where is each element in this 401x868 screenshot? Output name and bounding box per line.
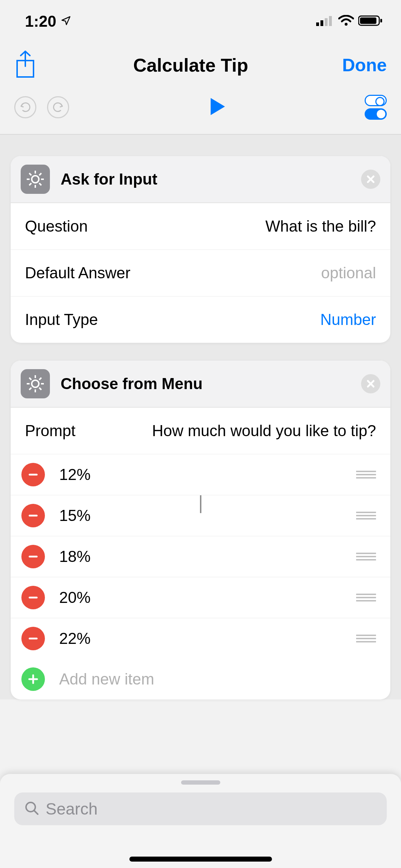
done-button[interactable]: Done	[342, 55, 387, 76]
wifi-icon	[338, 15, 354, 28]
search-icon	[24, 801, 39, 817]
remove-item-button[interactable]	[21, 545, 45, 568]
close-card-button[interactable]	[361, 374, 380, 393]
menu-item-label: 18%	[59, 548, 356, 565]
menu-item-label: 20%	[59, 589, 356, 606]
toggle-bottom[interactable]	[365, 108, 387, 120]
svg-rect-6	[360, 17, 376, 24]
remove-item-button[interactable]	[21, 627, 45, 650]
drawer-handle-icon[interactable]	[181, 780, 220, 785]
home-indicator[interactable]	[129, 857, 272, 862]
drag-handle-icon[interactable]	[356, 471, 376, 479]
gear-icon	[21, 165, 50, 194]
svg-rect-3	[329, 16, 332, 26]
svg-line-14	[29, 173, 31, 175]
location-icon	[61, 15, 71, 27]
remove-item-button[interactable]	[21, 463, 45, 486]
undo-button[interactable]	[14, 96, 36, 118]
close-card-button[interactable]	[361, 170, 380, 189]
row-prompt[interactable]: Prompt How much would you like to tip?	[11, 408, 390, 454]
drag-handle-icon[interactable]	[356, 594, 376, 601]
action-card-ask-input: Ask for Input Question What is the bill?…	[11, 156, 390, 343]
svg-rect-7	[380, 19, 382, 22]
battery-icon	[358, 15, 383, 28]
workflow-content: Ask for Input Question What is the bill?…	[0, 135, 401, 699]
row-label: Question	[25, 217, 88, 235]
card-title: Choose from Menu	[61, 375, 361, 393]
page-title: Calculate Tip	[39, 55, 342, 76]
row-value: What is the bill?	[265, 217, 376, 235]
menu-item-row[interactable]: 12%	[11, 454, 390, 495]
menu-item-row[interactable]: 22%	[11, 618, 390, 659]
status-bar: 1:20	[0, 0, 401, 36]
search-input[interactable]: Search	[14, 792, 387, 825]
svg-point-9	[32, 176, 39, 183]
card-header[interactable]: Ask for Input	[11, 156, 390, 203]
svg-line-25	[39, 378, 41, 380]
card-header[interactable]: Choose from Menu	[11, 361, 390, 408]
menu-item-row[interactable]: 20%	[11, 577, 390, 618]
menu-item-label: 12%	[59, 466, 356, 484]
row-placeholder: optional	[321, 264, 376, 282]
drag-handle-icon[interactable]	[356, 635, 376, 642]
svg-line-33	[34, 811, 38, 814]
menu-item-label: 22%	[59, 630, 356, 647]
remove-item-button[interactable]	[21, 586, 45, 609]
remove-item-button[interactable]	[21, 504, 45, 527]
svg-line-15	[39, 183, 41, 185]
drag-handle-icon[interactable]	[356, 512, 376, 520]
gear-icon	[21, 369, 50, 398]
play-button[interactable]	[206, 96, 228, 119]
status-time: 1:20	[25, 12, 56, 30]
svg-rect-2	[325, 18, 328, 26]
connector	[200, 495, 201, 513]
search-drawer[interactable]: Search	[0, 774, 401, 868]
svg-rect-0	[316, 22, 319, 26]
row-input-type[interactable]: Input Type Number	[11, 296, 390, 343]
svg-line-24	[39, 388, 41, 390]
svg-line-26	[29, 388, 31, 390]
svg-point-18	[32, 380, 39, 387]
toolbar	[0, 88, 401, 135]
row-value: How much would you like to tip?	[152, 422, 376, 440]
row-question[interactable]: Question What is the bill?	[11, 203, 390, 250]
action-card-choose-menu: Choose from Menu Prompt How much would y…	[11, 361, 390, 699]
row-value-link: Number	[320, 311, 376, 329]
toggle-top[interactable]	[365, 95, 387, 106]
search-placeholder: Search	[46, 799, 98, 818]
redo-button[interactable]	[47, 96, 69, 118]
svg-line-17	[29, 183, 31, 185]
menu-item-row[interactable]: 18%	[11, 536, 390, 577]
svg-line-16	[39, 173, 41, 175]
nav-header: Calculate Tip Done	[0, 36, 401, 88]
share-button[interactable]	[14, 50, 39, 81]
svg-point-4	[345, 23, 348, 26]
row-label: Prompt	[25, 422, 76, 440]
cellular-icon	[316, 15, 334, 27]
svg-rect-1	[320, 20, 323, 26]
plus-icon	[21, 667, 45, 691]
drag-handle-icon[interactable]	[356, 553, 376, 560]
row-default-answer[interactable]: Default Answer optional	[11, 250, 390, 296]
card-title: Ask for Input	[61, 170, 361, 188]
add-item-row[interactable]: Add new item	[11, 659, 390, 699]
svg-line-23	[29, 378, 31, 380]
row-label: Default Answer	[25, 264, 130, 282]
menu-item-label: 15%	[59, 507, 356, 525]
add-item-label: Add new item	[59, 670, 376, 688]
row-label: Input Type	[25, 311, 98, 329]
settings-toggles[interactable]	[365, 95, 387, 120]
